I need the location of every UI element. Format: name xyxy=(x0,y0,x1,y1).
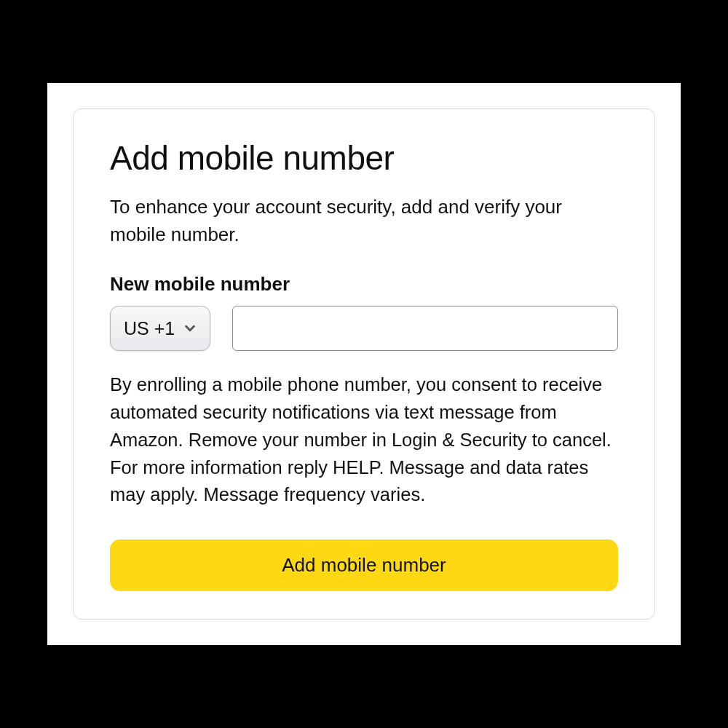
modal-title: Add mobile number xyxy=(110,138,618,178)
mobile-number-input[interactable] xyxy=(232,306,618,351)
country-code-value: US +1 xyxy=(124,318,175,339)
consent-text: By enrolling a mobile phone number, you … xyxy=(110,371,618,509)
modal-description: To enhance your account security, add an… xyxy=(110,194,618,248)
add-mobile-number-button[interactable]: Add mobile number xyxy=(110,539,618,591)
add-mobile-modal: Add mobile number To enhance your accoun… xyxy=(47,83,681,645)
card: Add mobile number To enhance your accoun… xyxy=(73,108,655,620)
country-code-select[interactable]: US +1 xyxy=(110,306,210,351)
mobile-number-label: New mobile number xyxy=(110,273,618,296)
chevron-down-icon xyxy=(183,322,197,335)
phone-input-row: US +1 xyxy=(110,306,618,351)
